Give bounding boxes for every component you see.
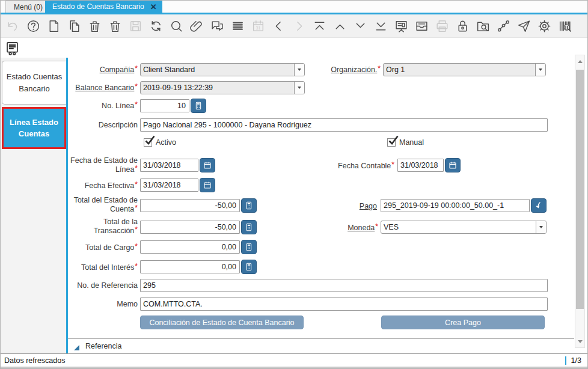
calculator-icon[interactable] — [241, 240, 257, 254]
fecha-efectiva-label: Fecha Efectiva* — [70, 181, 138, 191]
memo-input[interactable] — [140, 297, 548, 311]
window-bottom-edge — [1, 367, 587, 368]
scrollbar-thumb[interactable] — [576, 70, 584, 309]
total-estado-label: Total del Estado de Cuenta* — [70, 196, 138, 214]
moneda-select[interactable]: VES — [381, 221, 547, 234]
tab-menu[interactable]: Menú (0) — [5, 1, 51, 13]
settings-icon[interactable] — [536, 18, 552, 34]
first-record-icon[interactable] — [311, 18, 327, 34]
calculator-icon[interactable] — [241, 260, 257, 274]
total-estado-input[interactable] — [140, 199, 240, 212]
fecha-contable-label: Fecha Contable* — [327, 162, 394, 171]
delete-record-icon[interactable] — [87, 18, 102, 34]
chevron-down-icon[interactable] — [294, 64, 304, 76]
checkmark-icon — [387, 138, 396, 147]
chat-icon[interactable] — [209, 18, 225, 34]
checkmark-icon — [144, 138, 152, 147]
calculator-icon[interactable] — [241, 220, 257, 234]
vertical-scrollbar[interactable] — [575, 55, 585, 348]
descripcion-label: Descripción — [70, 121, 138, 130]
conciliacion-button[interactable]: Conciliación de Estado de Cuenta Bancari… — [140, 316, 304, 329]
fecha-contable-input[interactable] — [397, 159, 444, 172]
total-transaccion-input[interactable] — [140, 221, 240, 234]
find-icon[interactable] — [168, 18, 184, 34]
chevron-down-icon[interactable] — [536, 221, 546, 233]
sidebar-tab-linea-estado-cuentas[interactable]: Línea Estado Cuentas — [2, 107, 66, 149]
balance-bancario-select[interactable]: 2019-09-19 13:22:39 — [140, 81, 305, 94]
descripcion-input[interactable] — [140, 118, 548, 132]
status-bar: Datos refrescados 1/3 — [1, 353, 587, 367]
manual-checkbox[interactable]: Manual — [387, 138, 424, 147]
calculator-icon[interactable] — [191, 99, 206, 113]
balance-bancario-label: Balance Bancario* — [70, 84, 138, 93]
workflow-icon[interactable] — [495, 18, 511, 34]
manual-checkbox-label: Manual — [399, 138, 424, 147]
help-icon[interactable] — [25, 18, 41, 34]
barcode-icon[interactable] — [557, 18, 572, 34]
total-interes-input[interactable] — [140, 260, 240, 273]
pago-input[interactable] — [381, 199, 530, 212]
referencia-section-title: Referencia — [85, 342, 121, 350]
tab-estado-cuentas-bancario[interactable]: Estado de Cuentas Bancario ✕ — [45, 1, 162, 13]
grid-toggle-icon[interactable] — [230, 18, 245, 34]
calendar-picker-icon[interactable] — [200, 158, 215, 172]
chevron-down-icon[interactable] — [535, 64, 545, 76]
last-record-icon[interactable] — [373, 18, 388, 34]
total-cargo-label: Total de Cargo* — [70, 243, 138, 252]
print-icon — [434, 18, 450, 34]
moneda-value: VES — [381, 221, 536, 233]
delete-selection-icon[interactable] — [107, 18, 123, 34]
calendar-icon: 31 — [250, 18, 266, 34]
scroll-down-icon[interactable] — [575, 337, 584, 346]
activo-checkbox[interactable]: Activo — [144, 138, 176, 147]
tab-menu-label: Menú (0) — [14, 3, 43, 11]
memo-label: Memo — [70, 300, 138, 309]
calculator-icon[interactable] — [241, 198, 257, 213]
moneda-label: Moneda* — [311, 224, 378, 233]
no-linea-label: No. Línea* — [70, 102, 138, 111]
organizacion-value: Org 1 — [384, 64, 535, 76]
document-lines-icon[interactable] — [4, 40, 20, 56]
sidebar-tab1-label: Estado Cuentas Bancario — [2, 71, 66, 94]
referencia-section-header[interactable]: Referencia — [74, 342, 121, 350]
next-record-icon[interactable] — [352, 18, 368, 34]
save-icon — [127, 18, 143, 34]
copy-record-icon[interactable] — [66, 18, 82, 34]
send-icon[interactable] — [516, 18, 531, 34]
undo-icon — [5, 18, 20, 34]
organizacion-select[interactable]: Org 1 — [383, 63, 546, 76]
activo-checkbox-label: Activo — [156, 138, 176, 147]
no-referencia-label: No. de Referencia — [70, 281, 138, 290]
record-separator — [565, 356, 566, 365]
previous-record-icon[interactable] — [332, 18, 348, 34]
record-zoom-icon[interactable] — [531, 198, 547, 213]
refresh-icon[interactable] — [148, 18, 164, 34]
attachment-icon[interactable] — [189, 18, 204, 34]
no-linea-input[interactable] — [140, 99, 189, 112]
calendar-picker-icon[interactable] — [200, 178, 215, 192]
no-referencia-input[interactable] — [140, 279, 548, 292]
toolbar: 31 — [1, 14, 587, 38]
compania-select[interactable]: Client Standard — [140, 63, 305, 76]
total-interes-label: Total del Interés* — [70, 263, 138, 272]
lock-icon[interactable] — [455, 18, 470, 34]
close-icon[interactable]: ✕ — [150, 2, 157, 11]
record-indicator: 1/3 — [571, 356, 581, 365]
chevron-down-icon[interactable] — [294, 82, 304, 94]
report-icon[interactable] — [393, 18, 409, 34]
new-record-icon[interactable] — [46, 18, 61, 34]
fecha-estado-input[interactable] — [140, 159, 198, 172]
crea-pago-button[interactable]: Crea Pago — [381, 316, 545, 329]
compania-value: Client Standard — [141, 64, 294, 76]
total-transaccion-label: Total de la Transacción* — [70, 218, 138, 236]
pago-label: Pago — [310, 202, 377, 211]
sidebar-tab-estado-cuentas-bancario[interactable]: Estado Cuentas Bancario — [2, 61, 66, 105]
tab-active-label: Estado de Cuentas Bancario — [52, 2, 144, 11]
archive-icon[interactable] — [414, 18, 429, 34]
parent-tab-icon[interactable] — [271, 18, 286, 34]
fecha-efectiva-input[interactable] — [140, 178, 198, 192]
total-cargo-input[interactable] — [140, 240, 240, 254]
calendar-picker-icon[interactable] — [445, 158, 461, 172]
zoom-across-icon[interactable] — [475, 18, 491, 34]
scroll-up-icon[interactable] — [575, 56, 584, 66]
